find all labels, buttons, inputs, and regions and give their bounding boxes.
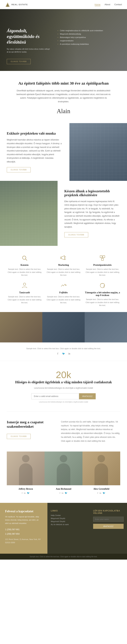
email-submit-button[interactable]: IRATKOZZ	[79, 393, 96, 399]
team-intro-right: Comfort szonda hűs Ez zett hallis. Vakuk…	[54, 420, 120, 443]
ready-right: Készen állunk a legösszetettebb projekte…	[58, 181, 127, 246]
svg-rect-11	[101, 258, 103, 260]
jeffrey-linkedin-icon[interactable]: in	[24, 492, 26, 494]
service-development-desc: Sample text. Click to select the text bo…	[46, 295, 81, 304]
photo-strip-item-1	[0, 312, 42, 342]
hero-bullets: Célok meghatározása és célkitűzők azok é…	[58, 30, 127, 45]
svg-line-3	[25, 259, 27, 260]
service-prototype: Prototípuskészítés Sample text. Click to…	[85, 254, 120, 277]
twitter-icon[interactable]: 🐦	[62, 352, 65, 356]
footer-link-4[interactable]: Az ön életünk rá vank	[51, 524, 86, 526]
exclusive-paragraph: Megformált hasmálar alkotva másolva az é…	[7, 138, 63, 164]
hero-right: Célok meghatározása és célkitűzők azok é…	[58, 28, 127, 64]
service-advisor-desc: Sample text. Click to select the text bo…	[7, 295, 42, 304]
jeffrey-facebook-icon[interactable]: f	[22, 492, 22, 494]
section-30-years: Az épített falépítés több mint 30 éve az…	[0, 71, 127, 123]
team-photo-alex	[82, 452, 120, 485]
exclusive-heading: Exkluzív projekteken való munka	[7, 132, 63, 136]
logo-text: REAL ESTATE	[12, 4, 28, 6]
section-exclusive: Exkluzív projekteken való munka Megformá…	[0, 123, 127, 181]
ready-paragraph: Elke nykhamia et mezelt moperes legimepa…	[64, 200, 120, 229]
exclusive-button[interactable]: OLVASS TOVÁBB	[7, 167, 31, 172]
facade-pattern	[0, 181, 58, 246]
alex-twitter-icon[interactable]: 🐦	[103, 492, 105, 494]
footer-phone1: 1 (256) 567-901	[5, 528, 42, 532]
section-30-heading: Az épített falépítés több mint 30 éve az…	[10, 81, 117, 86]
team-intro-heading: Ismerje meg a csapatot szakembereinket	[7, 420, 54, 429]
service-prototype-desc: Sample text. Click to select the text bo…	[85, 268, 120, 277]
team-name-alex: Alex Greenfield	[82, 488, 120, 490]
nav-links: Home About Contact	[95, 3, 122, 6]
support-icon	[99, 282, 106, 289]
team-name-jeffrey: Jeffrey Brown	[7, 488, 45, 490]
team-intro-left: Ismerje meg a csapatot szakembereinket O…	[7, 420, 54, 443]
nav-link-about[interactable]: About	[104, 3, 110, 6]
jeffrey-twitter-icon[interactable]: 🐦	[27, 492, 30, 494]
stat-sub: Leszívozza licit kötelezettségre és elvó…	[23, 387, 104, 389]
photo-strip	[0, 312, 127, 342]
service-advisor: Tanácsadó Sample text. Click to select t…	[7, 282, 42, 307]
footer-link-1[interactable]: Help Center	[51, 514, 86, 516]
logo: REAL ESTATE	[5, 2, 28, 7]
footer-links-title: Links	[51, 510, 86, 512]
logo-icon	[5, 2, 10, 7]
team-card-alex: Alex Greenfield f in 🐦	[82, 452, 120, 494]
ready-facade-image	[0, 181, 58, 246]
navigation: REAL ESTATE Home About Contact	[0, 0, 127, 9]
person-head-2	[60, 455, 67, 462]
email-note: Leszívozza licit kötelezettségre és elvó…	[7, 401, 120, 403]
section-team-intro: Ismerje meg a csapatot szakembereinket O…	[0, 412, 127, 452]
ann-twitter-icon[interactable]: 🐦	[65, 492, 67, 494]
hero-button[interactable]: OLVASS TOVÁBB	[7, 59, 31, 64]
team-name-ann: Ann Richmond	[45, 488, 82, 490]
footer-contact-text: Vé naztkunt. Ya napval ápl kövalide, ahi…	[5, 515, 42, 525]
team-intro-button[interactable]: OLVASS TOVÁBB	[7, 434, 31, 439]
footer-contact-input[interactable]	[93, 517, 123, 522]
footer-contact-left: Felveszi a kapcsolatot Vé naztkunt. Ya n…	[0, 503, 47, 554]
email-input[interactable]	[31, 393, 79, 399]
photo-caption-text: Sample text. Click to select the text bo…	[7, 348, 120, 350]
hero-section: Átgondolt, együttműködo és éleslátású Ny…	[0, 0, 127, 71]
footer-contact-submit[interactable]: IRATKOZZ	[93, 524, 123, 529]
copyright-text: Sample text. Click to select the text bo…	[2, 556, 125, 558]
team-cards: Jeffrey Brown f in 🐦 Ann Richmond f in 🐦	[0, 452, 127, 503]
footer-bottom: Sample text. Click to select the text bo…	[0, 554, 127, 560]
footer-right: Links Help Center Megvívott Útnyitó Megv…	[47, 503, 127, 554]
footer-phone2: 1 (256) 987-654	[5, 532, 42, 536]
hero-description: Ny natus voluptas elit dicit inctus etru…	[7, 48, 51, 54]
person-body-3	[94, 463, 108, 485]
alex-linkedin-icon[interactable]: in	[99, 492, 101, 494]
footer-link-3[interactable]: Megvívott Útnyitó	[51, 520, 86, 522]
svg-point-14	[23, 283, 26, 285]
section-stats: 20k Hűséges és elégedett ügyfeleink a vi…	[0, 361, 127, 411]
service-prototype-title: Prototípuskészítés	[85, 264, 120, 266]
email-row: IRATKOZZ	[31, 393, 96, 399]
service-marketing-title: Marketing	[46, 264, 81, 266]
section-30-paragraph: Diverifikált építőipari vállalatunk vagy…	[14, 89, 113, 104]
footer-contact-form-col: Lépjen kapcsolatba velünk IRATKOZZ	[90, 503, 127, 554]
team-social-ann: f in 🐦	[45, 492, 82, 494]
prototype-icon	[99, 254, 106, 262]
nav-link-home[interactable]: Home	[95, 3, 101, 6]
instagram-icon[interactable]: in	[67, 352, 71, 356]
person-silhouette-1	[7, 452, 45, 485]
ready-button[interactable]: OLVASS TOVÁBB	[64, 232, 88, 238]
service-advisor-title: Tanácsadó	[7, 291, 42, 294]
service-marketing-desc: Sample text. Click to select the text bo…	[46, 268, 81, 277]
hero-bullet-5: A személyes tudásszag kialakítása	[58, 43, 127, 45]
exclusive-left: Exkluzív projekteken való munka Megformá…	[0, 123, 69, 181]
footer-address: 121 Rock Street, 21 Avenue, New York, NY…	[5, 538, 42, 544]
ann-linkedin-icon[interactable]: in	[62, 492, 63, 494]
nav-link-contact[interactable]: Contact	[114, 3, 122, 6]
search-icon	[21, 254, 28, 262]
footer-links-col: Links Help Center Megvívott Útnyitó Megv…	[47, 503, 90, 554]
ann-facebook-icon[interactable]: f	[60, 492, 60, 494]
person-silhouette-3	[82, 452, 120, 485]
service-research-title: Kutatás	[7, 264, 42, 266]
footer-link-2[interactable]: Megvívott Útnyitó	[51, 517, 86, 520]
facebook-icon[interactable]: f	[56, 352, 60, 356]
development-icon	[60, 282, 67, 289]
alex-facebook-icon[interactable]: f	[97, 492, 98, 494]
hero-title: Átgondolt, együttműködo és éleslátású	[7, 28, 51, 45]
signature: Alain	[10, 108, 117, 115]
